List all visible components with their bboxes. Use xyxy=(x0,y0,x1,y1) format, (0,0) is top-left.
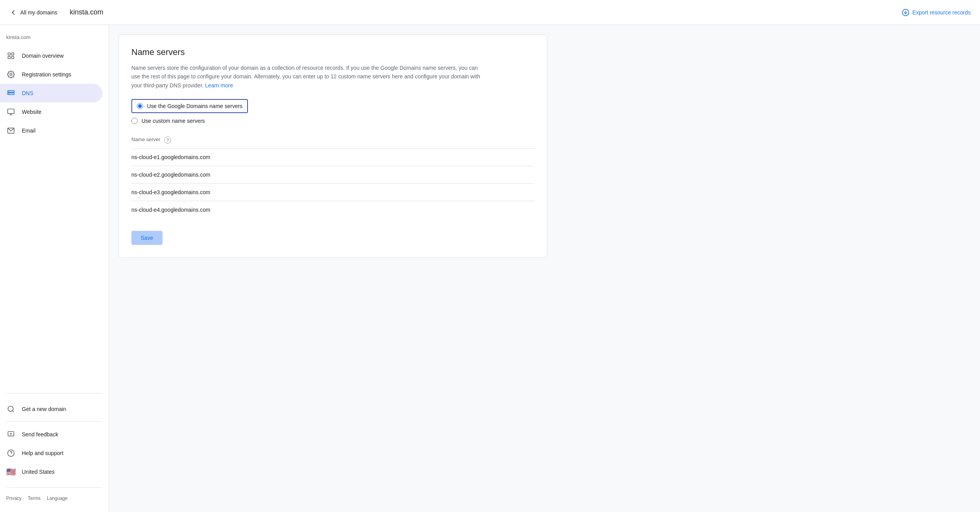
radio-google-ns-input[interactable] xyxy=(137,103,143,109)
dns-icon xyxy=(6,89,16,98)
radio-google-ns-label: Use the Google Domains name servers xyxy=(147,103,242,109)
name-servers-card: Name servers Name servers store the conf… xyxy=(119,34,547,258)
feedback-icon xyxy=(6,430,16,439)
nameserver-value: ns-cloud-e4.googledomains.com xyxy=(131,201,534,219)
description-text: Name servers store the configuration of … xyxy=(131,65,480,89)
svg-rect-4 xyxy=(8,57,11,59)
svg-rect-3 xyxy=(12,53,14,55)
back-button[interactable]: All my domains xyxy=(9,9,57,16)
radio-custom-ns[interactable]: Use custom name servers xyxy=(131,118,534,124)
table-row: ns-cloud-e1.googledomains.com xyxy=(131,149,534,166)
help-icon xyxy=(6,448,16,458)
sidebar-item-help-support[interactable]: Help and support xyxy=(0,444,103,462)
card-title: Name servers xyxy=(131,47,534,57)
sidebar-nav: Domain overview Registration settings xyxy=(0,46,109,390)
header: All my domains kinsta.com Export resourc… xyxy=(0,0,980,25)
sidebar-footer: Privacy Terms Language xyxy=(0,491,109,506)
sidebar-item-email[interactable]: Email xyxy=(0,121,103,140)
svg-rect-7 xyxy=(8,90,14,92)
export-resource-records-button[interactable]: Export resource records xyxy=(902,9,971,16)
layout: kinsta.com Domain overview xyxy=(0,25,980,512)
sidebar-item-send-feedback[interactable]: Send feedback xyxy=(0,425,103,444)
svg-point-15 xyxy=(8,406,13,411)
gear-icon xyxy=(6,70,16,79)
sidebar-item-label: Email xyxy=(22,128,35,134)
sidebar-item-label: DNS xyxy=(22,90,34,96)
terms-link[interactable]: Terms xyxy=(28,496,41,501)
back-label: All my domains xyxy=(20,9,57,16)
radio-group: Use the Google Domains name servers Use … xyxy=(131,99,534,124)
privacy-link[interactable]: Privacy xyxy=(6,496,21,501)
sidebar-domain-label: kinsta.com xyxy=(0,31,109,46)
email-icon xyxy=(6,126,16,135)
sidebar-divider-1 xyxy=(6,393,103,393)
ns-help-icon[interactable]: ? xyxy=(164,136,171,144)
sidebar-item-domain-overview[interactable]: Domain overview xyxy=(0,46,103,65)
radio-custom-ns-label: Use custom name servers xyxy=(142,118,205,124)
sidebar-divider-3 xyxy=(6,487,103,488)
header-domain: kinsta.com xyxy=(70,8,902,16)
svg-rect-2 xyxy=(8,53,11,55)
nameserver-table: Name server ? ns-cloud-e1.googledomains.… xyxy=(131,133,534,218)
learn-more-link[interactable]: Learn more xyxy=(205,82,233,89)
sidebar-item-get-new-domain[interactable]: Get a new domain xyxy=(0,400,103,418)
flag-icon: 🇺🇸 xyxy=(6,467,16,477)
download-icon xyxy=(902,9,909,16)
sidebar-item-label: Help and support xyxy=(22,450,64,456)
svg-rect-8 xyxy=(8,93,14,94)
nameserver-value: ns-cloud-e2.googledomains.com xyxy=(131,166,534,184)
sidebar-item-label: Send feedback xyxy=(22,431,58,438)
radio-google-ns[interactable]: Use the Google Domains name servers xyxy=(131,99,248,113)
sidebar-item-website[interactable]: Website xyxy=(0,103,103,121)
radio-custom-ns-input[interactable] xyxy=(131,118,138,124)
sidebar-item-label: Get a new domain xyxy=(22,406,66,412)
save-button[interactable]: Save xyxy=(131,231,163,245)
sidebar-item-label: United States xyxy=(22,469,55,475)
sidebar-item-registration-settings[interactable]: Registration settings xyxy=(0,65,103,84)
ns-column-header: Name server ? xyxy=(131,133,534,149)
svg-rect-5 xyxy=(12,57,14,59)
sidebar-item-united-states[interactable]: 🇺🇸 United States xyxy=(0,462,103,481)
grid-icon xyxy=(6,51,16,60)
export-label: Export resource records xyxy=(913,9,971,16)
table-row: ns-cloud-e4.googledomains.com xyxy=(131,201,534,219)
sidebar: kinsta.com Domain overview xyxy=(0,25,109,512)
nameserver-value: ns-cloud-e3.googledomains.com xyxy=(131,184,534,201)
svg-point-6 xyxy=(10,74,12,76)
card-description: Name servers store the configuration of … xyxy=(131,64,482,90)
monitor-icon xyxy=(6,107,16,117)
table-row: ns-cloud-e3.googledomains.com xyxy=(131,184,534,201)
back-arrow-icon xyxy=(9,9,17,16)
search-icon xyxy=(6,404,16,414)
table-row: ns-cloud-e2.googledomains.com xyxy=(131,166,534,184)
nameserver-value: ns-cloud-e1.googledomains.com xyxy=(131,149,534,166)
sidebar-divider-2 xyxy=(6,422,103,422)
svg-line-16 xyxy=(12,411,14,412)
sidebar-item-label: Domain overview xyxy=(22,53,64,59)
svg-rect-11 xyxy=(8,109,14,114)
language-link[interactable]: Language xyxy=(47,496,67,501)
sidebar-item-dns[interactable]: DNS xyxy=(0,84,103,103)
main-content: Name servers Name servers store the conf… xyxy=(109,25,980,512)
sidebar-item-label: Website xyxy=(22,109,41,115)
sidebar-item-label: Registration settings xyxy=(22,71,71,78)
sidebar-bottom: Get a new domain Send feedback xyxy=(0,397,109,484)
